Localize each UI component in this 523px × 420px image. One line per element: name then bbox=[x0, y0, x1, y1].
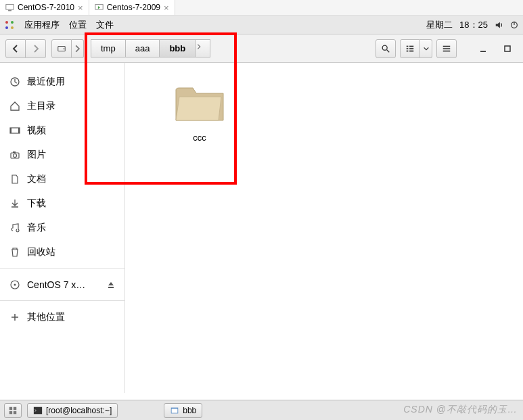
crumb-tmp[interactable]: tmp bbox=[91, 39, 126, 57]
sidebar-item-home[interactable]: 主目录 bbox=[0, 94, 124, 118]
taskbar-files[interactable]: bbb bbox=[164, 403, 202, 418]
menu-right: 星期二 18：25 bbox=[426, 19, 519, 31]
menu-places[interactable]: 位置 bbox=[69, 19, 87, 31]
watermark: CSDN @不敲代码的玉… bbox=[403, 404, 518, 416]
video-icon bbox=[9, 125, 20, 136]
clock-icon bbox=[9, 76, 20, 87]
sidebar-label: 其他位置 bbox=[27, 311, 65, 323]
svg-rect-14 bbox=[409, 45, 413, 47]
sidebar-item-videos[interactable]: 视频 bbox=[0, 118, 124, 143]
drive-icon bbox=[57, 44, 66, 53]
svg-rect-26 bbox=[10, 128, 12, 133]
hamburger-button[interactable] bbox=[436, 39, 457, 58]
gnome-top-bar: 应用程序 位置 文件 星期二 18：25 bbox=[0, 16, 523, 34]
path-sep-button[interactable] bbox=[72, 39, 84, 58]
svg-point-32 bbox=[14, 284, 16, 286]
taskbar-terminal[interactable]: [root@localhost:~] bbox=[27, 403, 118, 418]
sidebar-item-downloads[interactable]: 下载 bbox=[0, 191, 124, 216]
sidebar-item-other[interactable]: 其他位置 bbox=[0, 305, 124, 329]
svg-point-3 bbox=[5, 21, 8, 24]
vm-tabs: CentOS-7-2010 × Centos-7-2009 × bbox=[0, 0, 523, 16]
chevron-right-icon bbox=[72, 44, 83, 53]
close-icon[interactable]: × bbox=[78, 3, 83, 13]
plus-icon bbox=[9, 312, 20, 323]
crumb-bbb[interactable]: bbb bbox=[160, 39, 196, 57]
folder-ccc[interactable]: ccc bbox=[162, 80, 237, 143]
svg-line-12 bbox=[387, 49, 390, 52]
back-button[interactable] bbox=[5, 39, 26, 58]
document-icon bbox=[9, 174, 20, 185]
svg-rect-17 bbox=[407, 50, 409, 51]
hamburger-icon bbox=[442, 44, 451, 53]
chevron-right-icon bbox=[196, 43, 202, 50]
svg-rect-37 bbox=[34, 406, 42, 414]
sidebar-item-documents[interactable]: 文档 bbox=[0, 167, 124, 191]
view-list-button[interactable] bbox=[400, 39, 420, 58]
svg-rect-36 bbox=[14, 411, 16, 413]
svg-point-10 bbox=[64, 48, 65, 49]
chevron-down-icon bbox=[423, 45, 430, 52]
sidebar-item-recent[interactable]: 最近使用 bbox=[0, 70, 124, 94]
sidebar-label: 下载 bbox=[27, 197, 46, 210]
path-home-button[interactable] bbox=[51, 39, 72, 58]
sidebar-label: 文档 bbox=[27, 173, 46, 185]
sidebar-item-pictures[interactable]: 图片 bbox=[0, 143, 124, 167]
chevron-left-icon bbox=[12, 45, 20, 53]
svg-rect-33 bbox=[9, 406, 12, 409]
minimize-button[interactable] bbox=[473, 39, 493, 58]
clock-time: 18：25 bbox=[459, 19, 488, 31]
home-icon bbox=[9, 101, 20, 112]
forward-button[interactable] bbox=[26, 39, 46, 58]
terminal-icon bbox=[33, 406, 43, 415]
sidebar-label: 回收站 bbox=[27, 246, 55, 258]
files-icon bbox=[170, 406, 179, 415]
sidebar: 最近使用 主目录 视频 图片 文档 下载 音乐 回收站 bbox=[0, 63, 125, 393]
view-dropdown[interactable] bbox=[420, 39, 432, 58]
svg-rect-13 bbox=[407, 45, 409, 47]
svg-point-29 bbox=[14, 154, 17, 158]
svg-rect-27 bbox=[18, 128, 20, 133]
show-desktop-button[interactable] bbox=[4, 403, 22, 418]
nautilus-toolbar: tmp aaa bbb bbox=[0, 34, 523, 63]
svg-rect-34 bbox=[14, 406, 16, 409]
file-view[interactable]: ccc bbox=[125, 63, 523, 393]
maximize-icon bbox=[503, 45, 511, 53]
vm-tab-label: Centos-7-2009 bbox=[107, 3, 160, 12]
svg-rect-23 bbox=[505, 46, 510, 51]
volume-icon[interactable] bbox=[495, 20, 504, 30]
breadcrumb: tmp aaa bbb bbox=[91, 39, 210, 57]
svg-point-5 bbox=[5, 26, 8, 29]
sidebar-item-music[interactable]: 音乐 bbox=[0, 216, 124, 240]
sidebar-item-trash[interactable]: 回收站 bbox=[0, 240, 124, 264]
taskbar-label: [root@localhost:~] bbox=[46, 406, 112, 415]
sidebar-label: 图片 bbox=[27, 149, 46, 161]
vm-tab-label: CentOS-7-2010 bbox=[18, 3, 74, 12]
sidebar-label: 音乐 bbox=[27, 222, 46, 234]
monitor-icon bbox=[5, 3, 14, 12]
eject-icon[interactable] bbox=[107, 281, 115, 289]
maximize-button[interactable] bbox=[497, 39, 518, 58]
menu-files[interactable]: 文件 bbox=[96, 19, 114, 31]
power-icon[interactable] bbox=[509, 20, 519, 30]
menu-left: 应用程序 位置 文件 bbox=[4, 19, 114, 31]
search-button[interactable] bbox=[376, 39, 396, 58]
chevron-right-icon bbox=[32, 45, 40, 53]
vm-tab-2[interactable]: Centos-7-2009 × bbox=[89, 0, 175, 15]
folder-label: ccc bbox=[193, 133, 206, 143]
sidebar-item-disk[interactable]: CentOS 7 x… bbox=[0, 273, 124, 296]
close-icon[interactable]: × bbox=[164, 3, 169, 13]
svg-rect-1 bbox=[8, 9, 12, 11]
crumb-next[interactable] bbox=[196, 39, 210, 57]
vm-tab-1[interactable]: CentOS-7-2010 × bbox=[0, 0, 89, 15]
folder-icon bbox=[173, 80, 227, 127]
svg-rect-15 bbox=[407, 48, 409, 49]
list-icon bbox=[405, 44, 415, 53]
svg-rect-18 bbox=[409, 50, 413, 51]
svg-rect-39 bbox=[172, 409, 178, 413]
minimize-icon bbox=[479, 45, 487, 53]
crumb-aaa[interactable]: aaa bbox=[126, 39, 160, 57]
menu-applications[interactable]: 应用程序 bbox=[24, 19, 60, 31]
sidebar-label: CentOS 7 x… bbox=[27, 279, 85, 290]
disc-icon bbox=[9, 279, 20, 290]
svg-rect-25 bbox=[10, 128, 20, 133]
